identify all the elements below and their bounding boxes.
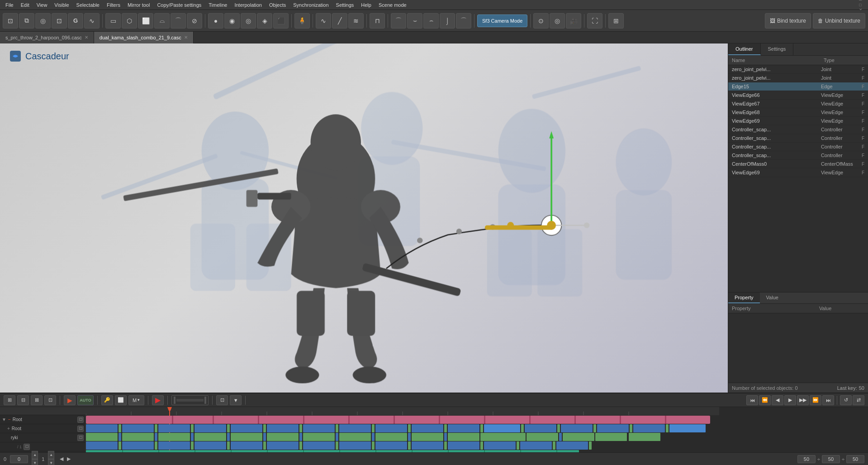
tab-1[interactable]: dual_kama_slash_combo_21_9.casc ✕ — [94, 32, 194, 43]
tl-settings-btn[interactable]: ⊡ — [44, 395, 56, 405]
next-frame-btn[interactable]: ▶▶ — [797, 395, 809, 405]
menu-file[interactable]: File — [2, 1, 17, 9]
track-expand-0[interactable]: ▼ — [2, 417, 6, 422]
range-end-input[interactable] — [846, 455, 864, 463]
frame-up-btn[interactable]: ▲ — [32, 451, 38, 459]
skip-start-btn[interactable]: ⏮ — [746, 395, 758, 405]
mode-btn[interactable]: M ▼ — [128, 395, 144, 405]
new-track-btn[interactable]: ⊞ — [4, 395, 15, 405]
wave-btn[interactable]: ≋ — [348, 13, 364, 29]
vertex2-btn[interactable]: ◉ — [224, 13, 240, 29]
track-expand-1[interactable]: + — [7, 426, 10, 431]
outliner-row-10[interactable]: Controller_scap... Controller F — [728, 151, 868, 160]
menu-mirror-tool[interactable]: Mirror tool — [124, 1, 154, 9]
range-start-input[interactable] — [797, 455, 816, 463]
outliner-row-5[interactable]: ViewEdge68 ViewEdge F — [728, 108, 868, 117]
spline-btn[interactable]: ∿ — [316, 13, 331, 29]
outliner-row-6[interactable]: ViewEdge69 ViewEdge F — [728, 117, 868, 125]
edge-btn[interactable]: ◎ — [241, 13, 256, 29]
cam-type-btn[interactable]: ◎ — [550, 13, 565, 29]
timeline-content[interactable] — [86, 407, 868, 452]
outliner-row-4[interactable]: ViewEdge67 ViewEdge F — [728, 100, 868, 108]
play-btn[interactable]: ▶ — [784, 395, 796, 405]
outliner-row-1[interactable]: zero_joint_pelvi... Joint F — [728, 74, 868, 82]
settings-tab[interactable]: Settings — [761, 43, 794, 55]
auto-key-btn[interactable]: AUTO — [77, 395, 94, 405]
menu-edit[interactable]: Edit — [17, 1, 33, 9]
menu-synchronization[interactable]: Synchronization — [289, 1, 332, 9]
vertex-btn[interactable]: ⬡ — [122, 13, 137, 29]
record-btn[interactable]: ▶ — [64, 395, 76, 405]
loop-btn[interactable]: ↺ — [840, 395, 852, 405]
frame-down-btn[interactable]: ▼ — [32, 459, 38, 465]
step-up-btn[interactable]: ▲ — [48, 451, 54, 459]
figure-btn[interactable]: 🧍 — [294, 13, 310, 29]
c1-btn[interactable]: ⊓ — [370, 13, 385, 29]
face-btn[interactable]: ◈ — [257, 13, 272, 29]
outliner-tab[interactable]: Outliner — [728, 43, 761, 55]
object2-btn[interactable]: ⬛ — [273, 13, 289, 29]
menu-filters[interactable]: Filters — [103, 1, 124, 9]
c4-btn[interactable]: ⌢ — [423, 13, 439, 29]
outliner-row-3[interactable]: ViewEdge66 ViewEdge F — [728, 91, 868, 100]
outliner-row-8[interactable]: Controller_scap... Controller F — [728, 134, 868, 143]
menu-copy-paste[interactable]: Copy/Paste settings — [153, 1, 205, 9]
outliner-row-0[interactable]: zero_joint_pelvi... Joint F — [728, 65, 868, 74]
tab-0[interactable]: s_prc_throw_2_harpoon_096.casc ✕ — [0, 32, 94, 43]
menu-scene-mode[interactable]: Scene mode — [375, 1, 410, 9]
key-tool-btn[interactable]: 🔑 — [101, 395, 113, 405]
scroll-left-btn[interactable]: ◀ — [60, 456, 63, 462]
menu-visible[interactable]: Visible — [51, 1, 72, 9]
del-track-btn[interactable]: ⊟ — [17, 395, 29, 405]
box-select-btn[interactable]: ▭ — [105, 13, 121, 29]
menu-timeline[interactable]: Timeline — [205, 1, 231, 9]
c2-btn[interactable]: ⌒ — [391, 13, 406, 29]
point-btn[interactable]: ● — [208, 13, 223, 29]
track-ryki[interactable]: ryki ☐ — [0, 433, 85, 442]
outliner-row-12[interactable]: ViewEdge69 ViewEdge F — [728, 168, 868, 177]
c6-btn[interactable]: ⌒ — [456, 13, 471, 29]
menu-objects[interactable]: Objects — [266, 1, 289, 9]
collapse-btn[interactable]: ⊠ — [31, 395, 43, 405]
track-root-0[interactable]: ▼ − Root ☐ — [0, 415, 85, 424]
track-root-1[interactable]: + Root ☐ — [0, 424, 85, 433]
c3-btn[interactable]: ⌣ — [407, 13, 422, 29]
camera-mode-btn[interactable]: Sf3 Camera Mode — [477, 14, 527, 27]
obj-btn[interactable]: ⊘ — [187, 13, 202, 29]
outliner-table[interactable]: zero_joint_pelvi... Joint F zero_joint_p… — [728, 65, 868, 292]
linear-btn[interactable]: ╱ — [332, 13, 347, 29]
track-vis-1[interactable]: ☐ — [77, 426, 84, 432]
rotate-tool-btn[interactable]: ◎ — [35, 13, 51, 29]
outliner-row-11[interactable]: CenterOfMass0 CenterOfMass F — [728, 160, 868, 168]
track-num-1[interactable]: / 1 ☐ — [0, 442, 85, 451]
bind-texture-btn[interactable]: 🖼 Bind texture — [765, 13, 811, 29]
unbind-texture-btn[interactable]: 🗑 Unbind texture — [813, 13, 865, 29]
bounce-btn[interactable]: ⇄ — [853, 395, 864, 405]
cam-lock-btn[interactable]: ⊙ — [533, 13, 549, 29]
outliner-row-9[interactable]: Controller_scap... Controller F — [728, 143, 868, 151]
tab-1-close[interactable]: ✕ — [184, 35, 188, 40]
track-vis-3[interactable]: ☐ — [24, 444, 30, 450]
skip-end-btn[interactable]: ⏭ — [822, 395, 834, 405]
paint-btn[interactable]: ⌒ — [171, 13, 186, 29]
g-tool-btn[interactable]: G — [68, 13, 83, 29]
record2-btn[interactable]: ▶ — [152, 395, 164, 405]
grid-btn[interactable]: ⊞ — [608, 13, 624, 29]
value-tab[interactable]: Value — [760, 292, 785, 303]
key2-btn[interactable]: ⬜ — [115, 395, 127, 405]
select-tool-btn[interactable]: ⊡ — [3, 13, 18, 29]
outliner-row-2[interactable]: Edge15 Edge F — [728, 82, 868, 91]
prev-frame-btn[interactable]: ◀ — [772, 395, 783, 405]
prev-key-btn[interactable]: ⏪ — [759, 395, 771, 405]
menu-settings[interactable]: Settings — [332, 1, 358, 9]
cam-video-btn[interactable]: 🎥 — [566, 13, 581, 29]
track-vis-2[interactable]: ☐ — [77, 435, 84, 441]
next-key-btn[interactable]: ⏩ — [810, 395, 821, 405]
menu-selectable[interactable]: Selectable — [73, 1, 103, 9]
menu-help[interactable]: Help — [357, 1, 375, 9]
tool2-btn[interactable]: ▼ — [230, 395, 242, 405]
c5-btn[interactable]: ⌡ — [440, 13, 455, 29]
menu-view[interactable]: View — [33, 1, 51, 9]
step-down-btn[interactable]: ▼ — [48, 459, 54, 465]
viewport[interactable]: Cascadeur — [0, 43, 728, 393]
